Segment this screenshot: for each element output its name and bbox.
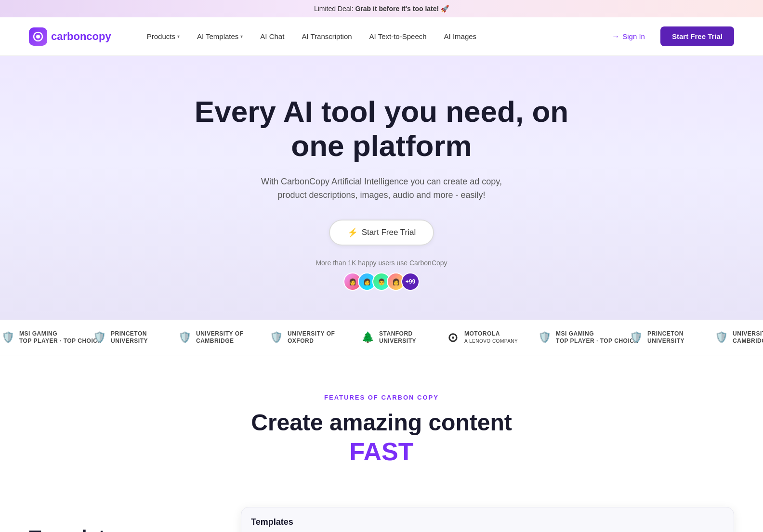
logo-item-cambridge-1: 🛡️ UNIVERSITY OFCAMBRIDGE (177, 330, 239, 345)
chevron-down-icon: ▾ (240, 34, 243, 39)
logos-track: 🛡️ MSI GAMINGTOP PLAYER · TOP CHOICE 🛡️ … (0, 330, 763, 345)
hero-subtitle: With CarbonCopy Artificial Intelligence … (247, 175, 516, 203)
nav-item-chat[interactable]: AI Chat (253, 28, 291, 44)
shield-icon: 🛡️ (0, 330, 15, 345)
logo-item-msi-1: 🛡️ MSI GAMINGTOP PLAYER · TOP CHOICE (0, 330, 63, 345)
banner-prefix: Limited Deal: (314, 5, 355, 13)
shield-icon: 🛡️ (628, 330, 644, 345)
social-proof: More than 1K happy users use CarbonCopy … (10, 259, 753, 291)
logo-item-cambridge-2: 🛡️ UNIVERSITY OFCAMBRIDGE (713, 330, 763, 345)
svg-point-1 (36, 35, 40, 39)
avatar-count: +99 (401, 272, 420, 291)
logo-item-princeton-2: 🛡️ PRINCETONUNIVERSITY (628, 330, 684, 345)
start-trial-nav-button[interactable]: Start Free Trial (660, 26, 734, 46)
hero-section: Every AI tool you need, on one platform … (0, 56, 763, 320)
nav-item-tts[interactable]: AI Text-to-Speech (363, 28, 434, 44)
features-title: Create amazing content FAST (29, 409, 734, 467)
nav-links: Products ▾ AI Templates ▾ AI Chat AI Tra… (140, 28, 605, 44)
tree-icon: 🌲 (360, 330, 375, 345)
bolt-icon: ⚡ (347, 227, 358, 238)
features-label: FEATURES OF CARBON COPY (29, 394, 734, 401)
logo-icon (29, 27, 47, 46)
logo-item-oxford-1: 🛡️ UNIVERSITY OFOXFORD (268, 330, 331, 345)
motorola-icon: ⊙ (445, 330, 460, 345)
banner-emoji: 🚀 (441, 5, 449, 13)
logo-text: carboncopy (51, 30, 111, 43)
logo-item-motorola-1: ⊙ motorolaA Lenovo Company (445, 330, 508, 345)
templates-section: Templates Discover the power of CarbonCo… (0, 488, 763, 532)
nav-item-products[interactable]: Products ▾ (140, 28, 186, 44)
features-section: FEATURES OF CARBON COPY Create amazing c… (0, 355, 763, 488)
logo-item-msi-2: 🛡️ MSI GAMINGTOP PLAYER · TOP CHOICE (537, 330, 599, 345)
nav-item-transcription[interactable]: AI Transcription (295, 28, 358, 44)
templates-ui-title: Templates (251, 517, 724, 527)
hero-cta-button[interactable]: ⚡ Start Free Trial (329, 220, 434, 246)
logo-item-stanford-1: 🌲 StanfordUniversity (360, 330, 416, 345)
templates-left: Templates Discover the power of CarbonCo… (29, 507, 212, 532)
templates-preview: Templates 🔍 Search templates... All E-co… (241, 507, 734, 532)
sign-in-button[interactable]: → Sign In (604, 28, 653, 45)
shield-icon: 🛡️ (713, 330, 729, 345)
nav-item-templates[interactable]: AI Templates ▾ (190, 28, 250, 44)
shield-icon: 🛡️ (537, 330, 552, 345)
logo[interactable]: carboncopy (29, 27, 111, 46)
nav-actions: → Sign In Start Free Trial (604, 26, 734, 46)
templates-title: Templates (29, 526, 212, 532)
avatar-group: 👩 👩 👨 👩 +99 (10, 272, 753, 291)
shield-icon: 🛡️ (268, 330, 284, 345)
banner-highlight: Grab it before it's too late! (355, 5, 439, 13)
logo-item-princeton-1: 🛡️ PRINCETONUNIVERSITY (92, 330, 148, 345)
logos-bar: 🛡️ MSI GAMINGTOP PLAYER · TOP CHOICE 🛡️ … (0, 320, 763, 355)
sign-in-icon: → (612, 32, 619, 41)
shield-icon: 🛡️ (92, 330, 107, 345)
navbar: carboncopy Products ▾ AI Templates ▾ AI … (0, 17, 763, 56)
chevron-down-icon: ▾ (177, 34, 180, 39)
shield-icon: 🛡️ (177, 330, 192, 345)
nav-item-images[interactable]: AI Images (437, 28, 484, 44)
hero-headline: Every AI tool you need, on one platform (194, 94, 569, 163)
promo-banner: Limited Deal: Grab it before it's too la… (0, 0, 763, 17)
